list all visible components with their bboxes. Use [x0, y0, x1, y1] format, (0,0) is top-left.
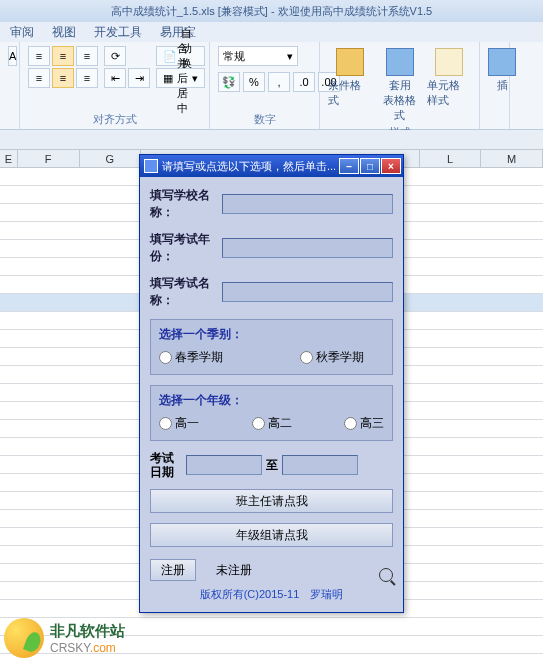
watermark-cn: 非凡软件站 [50, 622, 125, 641]
col-header-M[interactable]: M [481, 150, 543, 167]
align-group: ≡ ≡ ≡ ≡ ≡ ≡ ⟳ ⇤ ⇥ 📄自动换行 ▦合并后居中▾ 对齐方式 [20, 42, 210, 129]
semester-group: 选择一个季别： 春季学期 秋季学期 [150, 319, 393, 375]
year-label: 填写考试年份： [150, 231, 222, 265]
grade2-radio[interactable]: 高二 [252, 415, 292, 432]
conditional-format-btn[interactable]: 条件格式 [328, 46, 372, 108]
insert-group: 插 [480, 42, 510, 129]
grade-title: 选择一个年级： [159, 392, 384, 409]
comma-btn[interactable]: , [268, 72, 290, 92]
dialog-body: 填写学校名称： 填写考试年份： 填写考试名称： 选择一个季别： 春季学期 秋季学… [140, 177, 403, 612]
dialog-title: 请填写或点选以下选项，然后单击... [162, 159, 339, 174]
year-input[interactable] [222, 238, 393, 258]
increase-decimal-btn[interactable]: .0 [293, 72, 315, 92]
increase-indent-btn[interactable]: ⇥ [128, 68, 150, 88]
font-small-btn[interactable]: A [8, 46, 17, 66]
table-fmt-icon [386, 48, 414, 76]
tab-review[interactable]: 审阅 [10, 24, 34, 41]
number-group-label: 数字 [218, 112, 311, 127]
tab-dev-tools[interactable]: 开发工具 [94, 24, 142, 41]
autumn-semester-radio[interactable]: 秋季学期 [300, 349, 364, 366]
col-header-F[interactable]: F [18, 150, 80, 167]
currency-btn[interactable]: 💱 [218, 72, 240, 92]
grade3-radio[interactable]: 高三 [344, 415, 384, 432]
align-bottom-center-btn[interactable]: ≡ [52, 68, 74, 88]
exam-name-label: 填写考试名称： [150, 275, 222, 309]
merge-center-btn[interactable]: ▦合并后居中▾ [156, 68, 205, 88]
date-to-label: 至 [266, 457, 278, 474]
spring-semester-radio[interactable]: 春季学期 [159, 349, 223, 366]
dialog-titlebar[interactable]: 请填写或点选以下选项，然后单击... – □ × [140, 155, 403, 177]
dialog-icon [144, 159, 158, 173]
copyright-text: 版权所有(C)2015-11 罗瑞明 [150, 581, 393, 604]
grade-group: 选择一个年级： 高一 高二 高三 [150, 385, 393, 441]
ribbon: A ≡ ≡ ≡ ≡ ≡ ≡ ⟳ ⇤ ⇥ 📄自动换行 ▦合并后居中▾ [0, 42, 543, 130]
align-bottom-left-btn[interactable]: ≡ [28, 68, 50, 88]
cond-fmt-icon [336, 48, 364, 76]
col-header-L[interactable]: L [420, 150, 482, 167]
minimize-button[interactable]: – [339, 158, 359, 174]
grade1-radio[interactable]: 高一 [159, 415, 199, 432]
style-group: 条件格式 套用 表格格式 单元格样式 样式 [320, 42, 480, 129]
register-button[interactable]: 注册 [150, 559, 196, 581]
align-group-label: 对齐方式 [28, 112, 201, 127]
align-top-right-btn[interactable]: ≡ [76, 46, 98, 66]
decrease-indent-btn[interactable]: ⇤ [104, 68, 126, 88]
insert-icon [488, 48, 516, 76]
date-to-input[interactable] [282, 455, 358, 475]
window-title: 高中成绩统计_1.5.xls [兼容模式] - 欢迎使用高中成绩统计系统V1.5 [111, 4, 432, 19]
school-input[interactable] [222, 194, 393, 214]
exam-name-input[interactable] [222, 282, 393, 302]
register-status: 未注册 [216, 562, 252, 579]
table-format-btn[interactable]: 套用 表格格式 [378, 46, 422, 123]
insert-btn[interactable]: 插 [488, 46, 516, 93]
wrap-icon: 📄 [163, 50, 177, 63]
grade-group-button[interactable]: 年级组请点我 [150, 523, 393, 547]
input-dialog: 请填写或点选以下选项，然后单击... – □ × 填写学校名称： 填写考试年份：… [139, 154, 404, 613]
orientation-btn[interactable]: ⟳ [104, 46, 126, 66]
number-group: 常规▾ 💱 % , .0 .00 数字 [210, 42, 320, 129]
watermark: 非凡软件站 CRSKY.com [4, 618, 125, 658]
window-title-bar: 高中成绩统计_1.5.xls [兼容模式] - 欢迎使用高中成绩统计系统V1.5 [0, 0, 543, 22]
school-label: 填写学校名称： [150, 187, 222, 221]
maximize-button[interactable]: □ [360, 158, 380, 174]
col-header-G[interactable]: G [80, 150, 142, 167]
ribbon-tabs: 审阅 视图 开发工具 易用宝 [0, 22, 543, 42]
magnifier-icon[interactable] [379, 568, 393, 582]
align-top-center-btn[interactable]: ≡ [52, 46, 74, 66]
date-from-input[interactable] [186, 455, 262, 475]
col-header-E[interactable]: E [0, 150, 18, 167]
percent-btn[interactable]: % [243, 72, 265, 92]
cell-style-icon [435, 48, 463, 76]
align-top-left-btn[interactable]: ≡ [28, 46, 50, 66]
chevron-down-icon: ▾ [192, 72, 198, 85]
chevron-down-icon: ▾ [287, 50, 293, 63]
align-bottom-right-btn[interactable]: ≡ [76, 68, 98, 88]
merge-icon: ▦ [163, 72, 173, 85]
date-label: 考试日期 [150, 451, 182, 479]
cell-style-btn[interactable]: 单元格样式 [427, 46, 471, 108]
class-teacher-button[interactable]: 班主任请点我 [150, 489, 393, 513]
watermark-en: CRSKY.com [50, 641, 125, 655]
semester-title: 选择一个季别： [159, 326, 384, 343]
watermark-logo-icon [4, 618, 44, 658]
close-button[interactable]: × [381, 158, 401, 174]
tab-view[interactable]: 视图 [52, 24, 76, 41]
number-format-combo[interactable]: 常规▾ [218, 46, 298, 66]
